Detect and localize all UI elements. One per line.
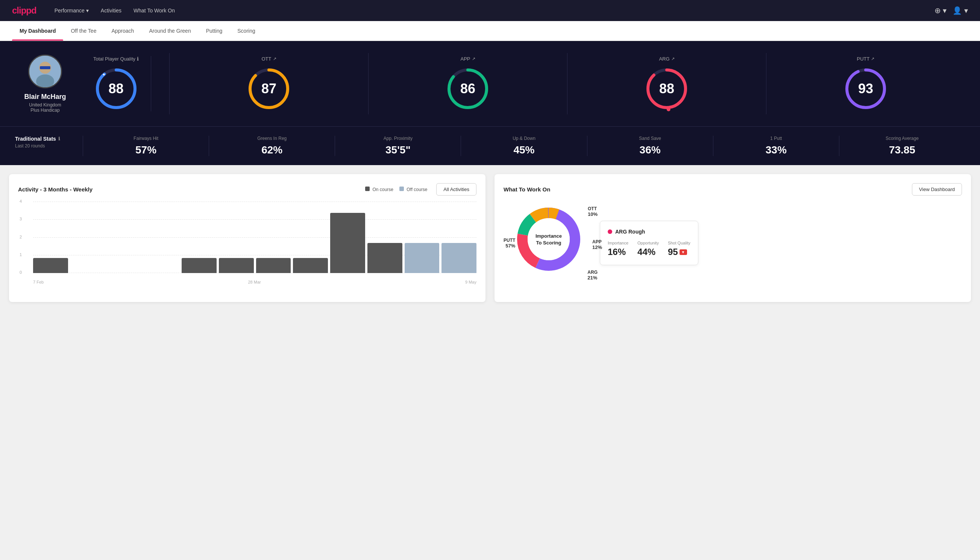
bottom-panels: Activity - 3 Months - Weekly On course O… [0, 165, 980, 311]
down-arrow-badge: ▼ [679, 249, 687, 255]
player-info: Blair McHarg United Kingdom Plus Handica… [15, 55, 75, 113]
tpq-ring: 88 [94, 66, 139, 111]
stat-1-putt: 1 Putt 33% [713, 136, 839, 156]
bar-item [404, 243, 439, 273]
nav-performance[interactable]: Performance ▾ [55, 6, 89, 15]
on-course-legend-dot [365, 187, 369, 191]
detail-dot [608, 229, 612, 234]
bar-item [441, 243, 476, 273]
all-activities-button[interactable]: All Activities [436, 183, 476, 195]
detail-metrics: Importance 16% Opportunity 44% Shot Qual… [608, 241, 690, 257]
activity-panel-header: Activity - 3 Months - Weekly On course O… [18, 183, 476, 195]
stat-up-down: Up & Down 45% [461, 136, 587, 156]
tab-scoring[interactable]: Scoring [230, 21, 263, 41]
arg-donut-label: ARG 21% [587, 270, 597, 280]
player-name: Blair McHarg [24, 93, 66, 101]
tab-around-the-green[interactable]: Around the Green [141, 21, 198, 41]
ott-value: 87 [261, 81, 276, 97]
hero-section: Blair McHarg United Kingdom Plus Handica… [0, 41, 980, 127]
user-menu[interactable]: 👤 ▾ [953, 6, 968, 15]
donut-chart: Importance To Scoring [511, 202, 586, 277]
tab-off-the-tee[interactable]: Off the Tee [63, 21, 104, 41]
detail-importance: Importance 16% [608, 241, 628, 257]
x-labels: 7 Feb 28 Mar 9 May [33, 280, 476, 284]
stat-app-proximity: App. Proximity 35'5" [335, 136, 461, 156]
tpq-value: 88 [108, 81, 123, 97]
bar-item [293, 258, 328, 273]
scores-section: OTT ↗ 87 APP ↗ 86 [169, 53, 965, 114]
bar-item [219, 258, 254, 273]
tab-putting[interactable]: Putting [198, 21, 230, 41]
stat-scoring-average: Scoring Average 73.85 [839, 136, 965, 156]
putt-value: 93 [858, 81, 873, 97]
nav-right: ⊕ ▾ 👤 ▾ [935, 6, 968, 15]
app-ring: 86 [445, 66, 490, 111]
donut-area: PUTT 57% Importance [504, 202, 594, 284]
score-ott: OTT ↗ 87 [169, 53, 368, 114]
donut-section: PUTT 57% Importance [504, 202, 962, 284]
stats-subtitle: Last 20 rounds [15, 143, 83, 148]
score-putt: PUTT ↗ 93 [766, 53, 965, 114]
nav-activities[interactable]: Activities [101, 6, 121, 15]
logo: clippd [12, 5, 37, 16]
detail-opportunity: Opportunity 44% [637, 241, 659, 257]
off-course-legend-dot [399, 187, 404, 191]
stat-fairways-hit: Fairways Hit 57% [83, 136, 209, 156]
stat-greens-in-reg: Greens In Reg 62% [209, 136, 335, 156]
ott-donut-label: OTT 10% [588, 206, 597, 217]
nav-what-to-work-on[interactable]: What To Work On [133, 6, 175, 15]
activity-panel-title: Activity - 3 Months - Weekly [18, 186, 93, 193]
svg-rect-3 [40, 66, 50, 69]
activity-panel: Activity - 3 Months - Weekly On course O… [9, 174, 486, 302]
wtwon-title: What To Work On [504, 186, 550, 193]
detail-shot-quality: Shot Quality 95 ▼ [668, 241, 690, 257]
stats-label-block: Traditional Stats ℹ Last 20 rounds [15, 136, 83, 148]
tabs-bar: My Dashboard Off the Tee Approach Around… [0, 21, 980, 41]
player-country: United Kingdom [29, 102, 61, 108]
stats-bar: Traditional Stats ℹ Last 20 rounds Fairw… [0, 127, 980, 165]
stat-sand-save: Sand Save 36% [587, 136, 713, 156]
app-donut-label: APP 12% [592, 239, 602, 250]
svg-text:To Scoring: To Scoring [536, 240, 561, 246]
arg-value: 88 [659, 81, 674, 97]
tpq-label: Total Player Quality ℹ [93, 56, 139, 62]
svg-point-20 [527, 218, 570, 260]
tab-my-dashboard[interactable]: My Dashboard [12, 21, 63, 41]
add-button[interactable]: ⊕ ▾ [935, 6, 947, 15]
detail-card-title: ARG Rough [608, 229, 690, 235]
score-app: APP ↗ 86 [368, 53, 567, 114]
avatar [28, 55, 62, 88]
top-nav: clippd Performance ▾ Activities What To … [0, 0, 980, 21]
bar-chart: 4 3 2 1 0 7 Feb 28 Mar 9 May [18, 202, 476, 284]
bar-item [330, 213, 365, 273]
arg-ring: 88 [644, 66, 689, 111]
bar-item [33, 258, 68, 273]
activity-legend: On course Off course [365, 187, 427, 192]
svg-text:Importance: Importance [536, 233, 562, 239]
tab-approach[interactable]: Approach [104, 21, 141, 41]
ott-ring: 87 [246, 66, 291, 111]
detail-card: ARG Rough Importance 16% Opportunity 44%… [600, 221, 698, 265]
what-to-work-on-panel: What To Work On View Dashboard PUTT 57% [494, 174, 971, 302]
score-arg: ARG ↗ 88 [567, 53, 766, 114]
bar-item [256, 258, 291, 273]
bar-item [181, 258, 216, 273]
app-value: 86 [460, 81, 475, 97]
view-dashboard-button[interactable]: View Dashboard [912, 183, 962, 195]
wtwon-header: What To Work On View Dashboard [504, 183, 962, 195]
bar-item [368, 243, 403, 273]
putt-ring: 93 [843, 66, 888, 111]
bars-container [33, 202, 476, 273]
player-handicap: Plus Handicap [30, 108, 60, 113]
